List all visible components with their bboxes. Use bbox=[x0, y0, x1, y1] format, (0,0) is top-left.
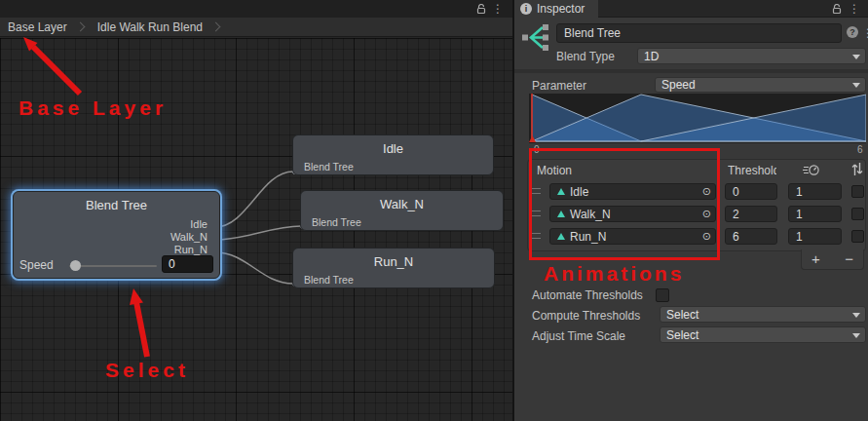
dropdown-caret-icon bbox=[852, 55, 860, 59]
annotation-rectangle bbox=[529, 148, 720, 260]
threshold-field[interactable]: 0 bbox=[725, 183, 777, 200]
annotation-base-layer: Base Layer bbox=[19, 96, 167, 120]
remove-motion-button[interactable]: − bbox=[845, 250, 853, 267]
breadcrumb-base-layer[interactable]: Base Layer bbox=[0, 20, 73, 34]
parameter-value: Speed bbox=[661, 78, 696, 92]
blend-tree-icon bbox=[521, 22, 550, 52]
inspector-menu-icon[interactable]: ⋮ bbox=[849, 3, 860, 15]
speed-value-field[interactable]: 0 bbox=[162, 255, 213, 273]
unlock-icon[interactable] bbox=[832, 4, 843, 15]
speed-column-icon bbox=[803, 164, 819, 176]
help-icon[interactable]: ? bbox=[847, 26, 858, 38]
speed-field[interactable]: 1 bbox=[788, 183, 842, 200]
idle-node[interactable]: Idle Blend Tree bbox=[292, 134, 494, 175]
compute-thresholds-label: Compute Thresholds bbox=[532, 309, 640, 323]
adjust-time-scale-dropdown[interactable]: Select bbox=[660, 326, 866, 343]
speed-slider-knob[interactable] bbox=[70, 260, 81, 271]
output-label-walk: Walk_N bbox=[170, 231, 208, 243]
node-title: Idle bbox=[293, 135, 493, 156]
tab-label: Inspector bbox=[537, 2, 585, 16]
breadcrumb: Base Layer Idle Walk Run Blend bbox=[0, 18, 512, 37]
inspector-panel: i Inspector ⋮ Blend Tree ? ⋮ Blend Type … bbox=[514, 0, 868, 421]
output-label-idle: Idle bbox=[190, 218, 208, 230]
node-title: Blend Tree bbox=[14, 192, 219, 212]
breadcrumb-blend-tree[interactable]: Idle Walk Run Blend bbox=[97, 20, 208, 34]
inspector-tabbar: i Inspector ⋮ bbox=[514, 0, 868, 18]
unity-editor-window: ⋮ Base Layer Idle Walk Run Blend Blend T… bbox=[0, 0, 868, 421]
blend-type-value: 1D bbox=[644, 50, 659, 63]
dropdown-caret-icon bbox=[852, 83, 860, 88]
compute-thresholds-value: Select bbox=[666, 308, 698, 322]
speed-field[interactable]: 1 bbox=[788, 206, 842, 222]
mirror-checkbox[interactable] bbox=[851, 208, 864, 220]
graph-max-label: 6 bbox=[857, 144, 863, 155]
section-separator bbox=[514, 69, 868, 73]
list-footer: + − bbox=[801, 249, 864, 270]
mirror-column-icon bbox=[851, 162, 863, 176]
annotation-animations: Animations bbox=[544, 262, 684, 286]
automate-thresholds-label: Automate Thresholds bbox=[532, 288, 643, 302]
node-speed-row: Speed 0 bbox=[14, 256, 219, 274]
add-motion-button[interactable]: + bbox=[811, 250, 820, 267]
output-label-run: Run_N bbox=[174, 244, 208, 255]
threshold-field[interactable]: 6 bbox=[725, 228, 777, 245]
animator-graph-panel: ⋮ Base Layer Idle Walk Run Blend Blend T… bbox=[0, 0, 512, 421]
blend-graph[interactable] bbox=[529, 94, 866, 143]
automate-thresholds-checkbox[interactable] bbox=[656, 288, 669, 302]
blend-tree-name-field[interactable]: Blend Tree bbox=[556, 23, 842, 43]
header-menu-icon[interactable]: ⋮ bbox=[862, 27, 868, 39]
adjust-time-scale-label: Adjust Time Scale bbox=[532, 329, 625, 343]
walk-node[interactable]: Walk_N Blend Tree bbox=[300, 190, 504, 231]
annotation-select: Select bbox=[105, 359, 189, 382]
run-node[interactable]: Run_N Blend Tree bbox=[292, 248, 495, 288]
chevron-right-icon bbox=[75, 22, 85, 32]
threshold-column-header: Threshold bbox=[728, 164, 776, 177]
graph-menu-icon[interactable]: ⋮ bbox=[492, 3, 504, 15]
input-label: Blend Tree bbox=[312, 216, 361, 228]
node-title: Walk_N bbox=[301, 191, 503, 211]
adjust-time-scale-value: Select bbox=[666, 328, 698, 342]
chevron-right-icon bbox=[211, 22, 221, 32]
dropdown-caret-icon bbox=[852, 313, 860, 318]
speed-slider-track[interactable] bbox=[69, 265, 157, 267]
speed-param-label: Speed bbox=[19, 258, 54, 272]
parameter-label: Parameter bbox=[532, 79, 586, 93]
blend-type-label: Blend Type bbox=[556, 50, 615, 63]
compute-thresholds-dropdown[interactable]: Select bbox=[660, 306, 866, 323]
blend-tree-node[interactable]: Blend Tree Idle Walk_N Run_N Speed 0 bbox=[13, 191, 220, 279]
mirror-checkbox[interactable] bbox=[851, 230, 864, 243]
parameter-dropdown[interactable]: Speed bbox=[655, 77, 866, 93]
input-label: Blend Tree bbox=[304, 274, 354, 286]
graph-panel-titlebar: ⋮ bbox=[0, 0, 512, 18]
info-icon: i bbox=[520, 3, 532, 15]
node-title: Run_N bbox=[293, 249, 494, 269]
tab-inspector[interactable]: i Inspector bbox=[514, 0, 598, 18]
unlock-icon[interactable] bbox=[476, 4, 487, 15]
mirror-checkbox[interactable] bbox=[851, 185, 864, 198]
speed-field[interactable]: 1 bbox=[788, 228, 842, 245]
input-label: Blend Tree bbox=[304, 161, 354, 172]
threshold-field[interactable]: 2 bbox=[725, 206, 777, 222]
blend-type-dropdown[interactable]: 1D bbox=[637, 48, 866, 64]
dropdown-caret-icon bbox=[852, 333, 860, 338]
